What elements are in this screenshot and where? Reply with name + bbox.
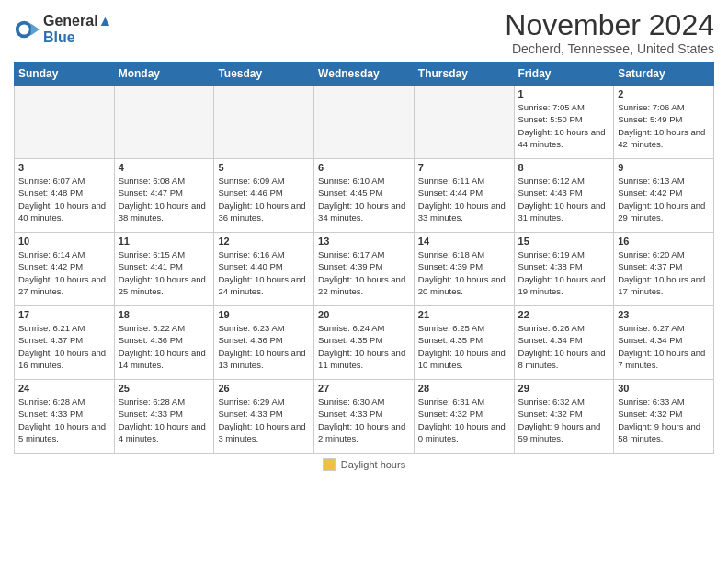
day-number: 29 [518,383,610,394]
day-number: 2 [618,88,710,99]
legend: Daylight hours [14,458,714,471]
day-number: 14 [418,236,510,247]
logo-icon [14,17,40,42]
day-number: 22 [518,309,610,320]
calendar-day-cell: 17Sunrise: 6:21 AMSunset: 4:37 PMDayligh… [15,306,115,380]
calendar-table: SundayMondayTuesdayWednesdayThursdayFrid… [14,62,714,454]
legend-box [323,458,336,471]
calendar-day-cell: 1Sunrise: 7:05 AMSunset: 5:50 PMDaylight… [514,86,614,159]
calendar-day-cell: 30Sunrise: 6:33 AMSunset: 4:32 PMDayligh… [614,380,714,454]
calendar-day-cell: 15Sunrise: 6:19 AMSunset: 4:38 PMDayligh… [514,233,614,306]
svg-point-2 [19,24,29,34]
day-info: Sunrise: 6:11 AMSunset: 4:44 PMDaylight:… [418,175,510,224]
day-info: Sunrise: 6:32 AMSunset: 4:32 PMDaylight:… [518,396,610,444]
day-info: Sunrise: 6:20 AMSunset: 4:37 PMDaylight:… [618,248,710,297]
day-number: 5 [218,162,310,173]
calendar-day-cell: 7Sunrise: 6:11 AMSunset: 4:44 PMDaylight… [414,159,514,233]
calendar-day-cell: 14Sunrise: 6:18 AMSunset: 4:39 PMDayligh… [414,233,514,306]
day-info: Sunrise: 6:28 AMSunset: 4:33 PMDaylight:… [119,396,210,444]
calendar-day-cell: 10Sunrise: 6:14 AMSunset: 4:42 PMDayligh… [15,233,115,306]
day-number: 26 [218,383,310,394]
day-info: Sunrise: 6:14 AMSunset: 4:42 PMDaylight:… [18,248,110,297]
day-number: 24 [18,383,110,394]
calendar-day-cell [114,86,214,159]
day-of-week-header: Sunday [15,63,115,86]
calendar-day-cell: 28Sunrise: 6:31 AMSunset: 4:32 PMDayligh… [414,380,514,454]
day-info: Sunrise: 6:09 AMSunset: 4:46 PMDaylight:… [218,175,310,224]
day-info: Sunrise: 6:22 AMSunset: 4:36 PMDaylight:… [119,322,210,371]
calendar-day-cell: 6Sunrise: 6:10 AMSunset: 4:45 PMDaylight… [314,159,415,233]
calendar-week-row: 17Sunrise: 6:21 AMSunset: 4:37 PMDayligh… [15,306,714,380]
calendar-day-cell: 18Sunrise: 6:22 AMSunset: 4:36 PMDayligh… [114,306,214,380]
day-info: Sunrise: 6:28 AMSunset: 4:33 PMDaylight:… [18,396,110,444]
day-number: 11 [119,236,210,247]
day-number: 1 [518,88,610,99]
calendar-day-cell: 24Sunrise: 6:28 AMSunset: 4:33 PMDayligh… [15,380,115,454]
day-info: Sunrise: 6:31 AMSunset: 4:32 PMDaylight:… [418,396,510,444]
day-info: Sunrise: 6:33 AMSunset: 4:32 PMDaylight:… [618,396,710,444]
calendar-day-cell [414,86,514,159]
day-info: Sunrise: 6:13 AMSunset: 4:42 PMDaylight:… [618,175,710,224]
day-of-week-header: Thursday [414,63,514,86]
calendar-day-cell: 22Sunrise: 6:26 AMSunset: 4:34 PMDayligh… [514,306,614,380]
calendar-day-cell [214,86,314,159]
calendar-day-cell: 21Sunrise: 6:25 AMSunset: 4:35 PMDayligh… [414,306,514,380]
day-number: 28 [418,383,510,394]
day-number: 8 [518,162,610,173]
calendar-day-cell: 19Sunrise: 6:23 AMSunset: 4:36 PMDayligh… [214,306,314,380]
logo: General▲ Blue [14,13,112,46]
page-header: General▲ Blue November 2024 Decherd, Ten… [14,9,714,56]
day-number: 23 [618,309,710,320]
day-number: 4 [119,162,210,173]
calendar-header-row: SundayMondayTuesdayWednesdayThursdayFrid… [15,63,714,86]
calendar-day-cell: 16Sunrise: 6:20 AMSunset: 4:37 PMDayligh… [614,233,714,306]
day-info: Sunrise: 6:08 AMSunset: 4:47 PMDaylight:… [119,175,210,224]
day-info: Sunrise: 6:12 AMSunset: 4:43 PMDaylight:… [518,175,610,224]
day-info: Sunrise: 6:17 AMSunset: 4:39 PMDaylight:… [318,248,410,297]
day-number: 18 [119,309,210,320]
day-number: 27 [318,383,410,394]
day-info: Sunrise: 6:21 AMSunset: 4:37 PMDaylight:… [18,322,110,371]
calendar-day-cell: 4Sunrise: 6:08 AMSunset: 4:47 PMDaylight… [114,159,214,233]
day-number: 10 [18,236,110,247]
day-info: Sunrise: 6:19 AMSunset: 4:38 PMDaylight:… [518,248,610,297]
calendar-day-cell [314,86,415,159]
calendar-day-cell: 29Sunrise: 6:32 AMSunset: 4:32 PMDayligh… [514,380,614,454]
calendar-day-cell: 3Sunrise: 6:07 AMSunset: 4:48 PMDaylight… [15,159,115,233]
calendar-day-cell: 23Sunrise: 6:27 AMSunset: 4:34 PMDayligh… [614,306,714,380]
svg-marker-1 [31,23,40,35]
calendar-week-row: 3Sunrise: 6:07 AMSunset: 4:48 PMDaylight… [15,159,714,233]
calendar-day-cell [15,86,115,159]
day-number: 7 [418,162,510,173]
day-info: Sunrise: 6:29 AMSunset: 4:33 PMDaylight:… [218,396,310,444]
day-info: Sunrise: 6:16 AMSunset: 4:40 PMDaylight:… [218,248,310,297]
page-container: General▲ Blue November 2024 Decherd, Ten… [0,0,728,476]
day-info: Sunrise: 6:27 AMSunset: 4:34 PMDaylight:… [618,322,710,371]
day-number: 21 [418,309,510,320]
day-of-week-header: Monday [114,63,214,86]
calendar-day-cell: 25Sunrise: 6:28 AMSunset: 4:33 PMDayligh… [114,380,214,454]
day-info: Sunrise: 6:15 AMSunset: 4:41 PMDaylight:… [119,248,210,297]
logo-text: General▲ Blue [43,13,112,46]
calendar-day-cell: 5Sunrise: 6:09 AMSunset: 4:46 PMDaylight… [214,159,314,233]
month-title: November 2024 [505,9,714,41]
legend-label: Daylight hours [341,459,405,470]
day-of-week-header: Saturday [614,63,714,86]
day-number: 16 [618,236,710,247]
calendar-week-row: 24Sunrise: 6:28 AMSunset: 4:33 PMDayligh… [15,380,714,454]
location-subtitle: Decherd, Tennessee, United States [505,41,714,56]
day-number: 30 [618,383,710,394]
calendar-day-cell: 13Sunrise: 6:17 AMSunset: 4:39 PMDayligh… [314,233,415,306]
calendar-day-cell: 11Sunrise: 6:15 AMSunset: 4:41 PMDayligh… [114,233,214,306]
day-info: Sunrise: 7:05 AMSunset: 5:50 PMDaylight:… [518,101,610,150]
calendar-day-cell: 2Sunrise: 7:06 AMSunset: 5:49 PMDaylight… [614,86,714,159]
calendar-week-row: 10Sunrise: 6:14 AMSunset: 4:42 PMDayligh… [15,233,714,306]
day-number: 17 [18,309,110,320]
day-number: 25 [119,383,210,394]
day-info: Sunrise: 6:30 AMSunset: 4:33 PMDaylight:… [318,396,410,444]
day-number: 15 [518,236,610,247]
calendar-day-cell: 26Sunrise: 6:29 AMSunset: 4:33 PMDayligh… [214,380,314,454]
calendar-day-cell: 27Sunrise: 6:30 AMSunset: 4:33 PMDayligh… [314,380,415,454]
day-number: 3 [18,162,110,173]
day-info: Sunrise: 6:25 AMSunset: 4:35 PMDaylight:… [418,322,510,371]
